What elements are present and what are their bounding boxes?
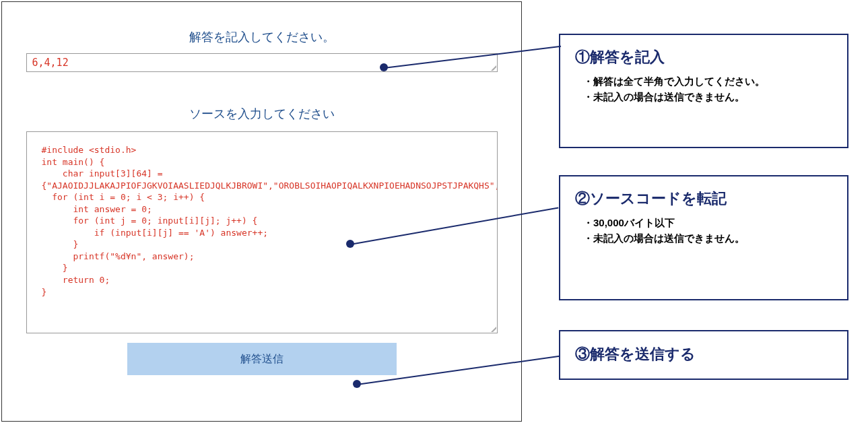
callout-note: ・30,000バイト以下	[583, 216, 832, 231]
callout-title: ②ソースコードを転記	[575, 189, 832, 209]
source-label: ソースを入力してください	[2, 106, 521, 122]
callout-note: ・未記入の場合は送信できません。	[583, 231, 832, 247]
submit-area: 解答送信	[2, 343, 521, 375]
callout-note: ・未記入の場合は送信できません。	[583, 90, 832, 105]
answer-label: 解答を記入してください。	[2, 29, 521, 45]
callout-send-answer: ③解答を送信する	[559, 330, 848, 380]
source-code: #include <stdio.h> int main() { char inp…	[42, 145, 498, 297]
resize-handle-icon[interactable]	[491, 65, 496, 71]
answer-section: 解答を記入してください。 6,4,12	[2, 2, 521, 72]
submit-label: 解答送信	[240, 353, 283, 364]
submit-button[interactable]: 解答送信	[127, 343, 397, 375]
form-panel: 解答を記入してください。 6,4,12 ソースを入力してください #includ…	[1, 1, 522, 422]
source-section: ソースを入力してください #include <stdio.h> int main…	[2, 72, 521, 333]
source-textarea[interactable]: #include <stdio.h> int main() { char inp…	[26, 131, 498, 333]
callout-enter-answer: ①解答を記入 ・解答は全て半角で入力してください。 ・未記入の場合は送信できませ…	[559, 34, 848, 148]
callout-note: ・解答は全て半角で入力してください。	[583, 74, 832, 90]
answer-value: 6,4,12	[32, 57, 69, 69]
resize-handle-icon[interactable]	[491, 327, 496, 332]
callout-transcribe-source: ②ソースコードを転記 ・30,000バイト以下 ・未記入の場合は送信できません。	[559, 175, 848, 300]
callout-title: ①解答を記入	[575, 47, 832, 67]
callout-title: ③解答を送信する	[575, 344, 696, 364]
